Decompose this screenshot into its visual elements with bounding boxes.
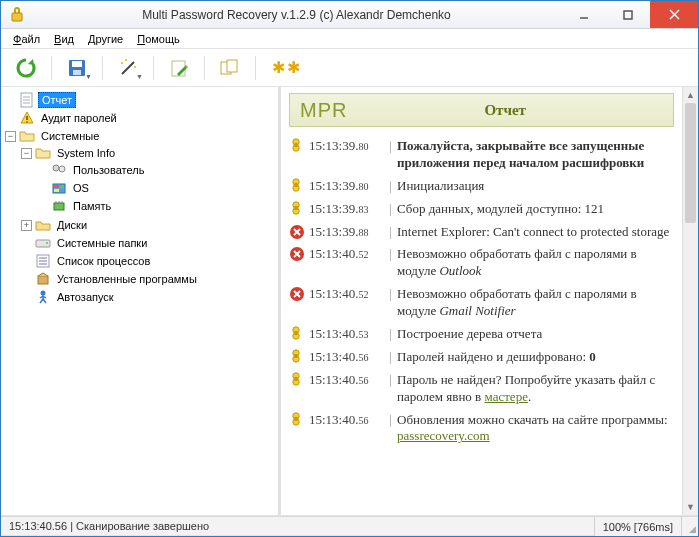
info-icon [289,138,305,154]
log-time: 15:13:40.56 [309,349,387,365]
tree-label: OS [70,181,92,195]
status-left: 15:13:40.56 | Сканирование завершено [1,517,595,536]
svg-rect-49 [295,206,298,210]
separator: | [389,201,395,217]
log-message: Пароль не найден? Попробуйте указать фай… [397,372,674,406]
log-row: 15:13:39.80|Инициализация [289,175,674,198]
svg-point-34 [46,242,48,244]
package-icon [35,271,51,287]
tree-item-memory[interactable]: Память [37,198,276,214]
list-icon [35,253,51,269]
separator: | [389,178,395,194]
document-icon [19,92,35,108]
log-row: 15:13:39.83|Сбор данных, модулей доступн… [289,198,674,221]
save-icon [67,58,87,78]
asterisks-icon[interactable]: ✱✱ [272,58,302,77]
log-row: 15:13:40.52|Невозможно обработать файл с… [289,243,674,283]
log-time: 15:13:39.88 [309,224,387,240]
refresh-button[interactable] [9,53,43,83]
main-split: Отчет Аудит паролей − Системные − [1,87,698,516]
tree-item-audit[interactable]: Аудит паролей [5,110,276,126]
log-message: Обновления можно скачать на сайте програ… [397,412,674,446]
toolbar-separator [204,56,205,80]
tree-item-disks[interactable]: +Диски [21,217,276,233]
svg-rect-61 [295,331,298,335]
edit-icon [169,58,189,78]
tree-item-sysfolders[interactable]: Системные папки [21,235,276,251]
save-button[interactable]: ▼ [60,53,94,83]
log-row: 15:13:40.56|Паролей найдено и дешифрован… [289,346,674,369]
os-icon [51,180,67,196]
close-button[interactable] [650,1,698,28]
tree-label: Автозапуск [54,290,117,304]
separator: | [389,138,395,154]
log-message: Невозможно обработать файл с паролями в … [397,286,674,320]
separator: | [389,349,395,365]
refresh-icon [15,57,37,79]
tree-item-os[interactable]: OS [37,180,276,196]
folder-open-icon [35,145,51,161]
tree-item-system[interactable]: − Системные [5,128,276,144]
toolbar: ▼ ▼ ✱✱ [1,49,698,87]
log-row: 15:13:39.80|Пожалуйста, закрывайте все з… [289,135,674,175]
log-row: 15:13:40.52|Невозможно обработать файл с… [289,283,674,323]
minimize-button[interactable] [562,1,606,28]
svg-point-22 [53,165,59,171]
log-time: 15:13:40.52 [309,286,387,302]
tree-item-report[interactable]: Отчет [5,92,276,108]
toolbar-separator [153,56,154,80]
svg-rect-28 [59,189,64,192]
window-title: Multi Password Recovery v.1.2.9 (c) Alex… [31,8,562,22]
collapse-icon[interactable]: − [21,148,32,159]
scroll-thumb[interactable] [685,103,696,223]
log-row: 15:13:40.56|Пароль не найден? Попробуйте… [289,369,674,409]
log-time: 15:13:39.83 [309,201,387,217]
scroll-down-icon[interactable]: ▼ [683,499,698,515]
wizard-button[interactable]: ▼ [111,53,145,83]
window-buttons [562,1,698,28]
menu-other[interactable]: Другие [82,31,129,47]
tree-item-installed[interactable]: Установленные программы [21,271,276,287]
folder-open-icon [19,128,35,144]
error-icon [289,286,305,302]
users-icon [51,162,67,178]
vertical-scrollbar[interactable]: ▲ ▼ [682,87,698,515]
tree-pane[interactable]: Отчет Аудит паролей − Системные − [1,87,281,515]
app-icon [9,7,25,23]
dropdown-icon: ▼ [136,73,143,80]
toolbar-separator [102,56,103,80]
tree-label: System Info [54,146,118,160]
tree-label: Системные папки [54,236,150,250]
error-icon [289,246,305,262]
expand-icon[interactable]: + [21,220,32,231]
svg-rect-15 [227,60,237,72]
log-message: Паролей найдено и дешифровано: 0 [397,349,674,366]
tree-item-sysinfo[interactable]: − System Info [21,145,276,161]
svg-rect-46 [295,183,298,187]
separator: | [389,224,395,240]
mpr-logo: MPR [300,99,347,122]
log-list: 15:13:39.80|Пожалуйста, закрывайте все з… [289,135,674,448]
tree-item-proclist[interactable]: Список процессов [21,253,276,269]
maximize-button[interactable] [606,1,650,28]
chip-icon [51,198,67,214]
log-message: Инициализация [397,178,674,195]
error-icon [289,224,305,240]
tree-item-autorun[interactable]: Автозапуск [21,289,276,305]
menu-file[interactable]: Файл [7,31,46,47]
menu-help[interactable]: Помощь [131,31,186,47]
menubar: Файл Вид Другие Помощь [1,29,698,49]
edit-button[interactable] [162,53,196,83]
log-row: 15:13:40.53|Построение дерева отчета [289,323,674,346]
menu-view[interactable]: Вид [48,31,80,47]
tree-item-user[interactable]: Пользователь [37,162,276,178]
collapse-icon[interactable]: − [5,131,16,142]
report-header: MPR Отчет [289,93,674,127]
svg-rect-70 [295,417,298,421]
svg-point-11 [125,59,127,61]
resize-grip[interactable]: ◢ [682,517,698,536]
copy-button[interactable] [213,53,247,83]
info-icon [289,178,305,194]
dropdown-icon: ▼ [85,73,92,80]
scroll-up-icon[interactable]: ▲ [683,87,698,103]
